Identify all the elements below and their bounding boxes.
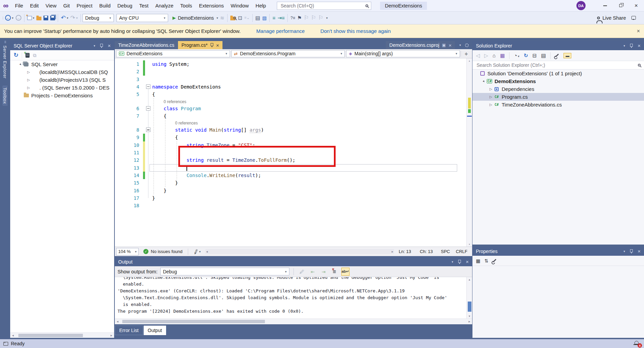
restore-button[interactable] <box>613 0 628 12</box>
manage-performance-link[interactable]: Manage performance <box>256 28 305 34</box>
pin-icon[interactable] <box>630 44 633 48</box>
codelens-references[interactable]: 0 references <box>175 121 198 125</box>
menu-extensions[interactable]: Extensions <box>196 0 227 12</box>
select-element-button[interactable]: ▤ <box>254 13 261 23</box>
toolbar-grip[interactable]: ⁞ <box>2 16 3 20</box>
save-all-button[interactable] <box>49 13 56 23</box>
pin-icon[interactable] <box>630 249 633 253</box>
output-text-area[interactable]: \System.Runtime.Extensions.dll'. Skipped… <box>115 277 472 318</box>
solution-explorer-title-bar[interactable]: Solution Explorer ▾ × <box>472 41 644 50</box>
output-horizontal-scrollbar[interactable]: ◂ ▸ <box>115 318 472 324</box>
previous-bookmark-button[interactable]: ⚐ <box>303 13 310 23</box>
tree-item-localdb-projectsv13-sql-s[interactable]: ▷(localdb)\ProjectsV13 (SQL S <box>10 76 114 84</box>
menu-analyze[interactable]: Analyze <box>152 0 177 12</box>
fold-collapse-icon[interactable] <box>146 84 150 89</box>
split-window-button[interactable]: ÷ <box>461 51 471 57</box>
scroll-left-icon[interactable]: ◂ <box>206 250 208 253</box>
comment-help-button[interactable]: ?≡ <box>289 13 296 23</box>
notification-close-icon[interactable]: × <box>637 28 640 34</box>
window-position-icon[interactable]: ▾ <box>94 44 95 47</box>
keep-open-icon[interactable]: ▣ <box>442 43 446 47</box>
preview-selected-item-icon[interactable]: ▬ <box>564 53 571 58</box>
tree-item-projects-demoextensions[interactable]: Projects - DemoExtensions <box>10 92 114 99</box>
decrease-indent-button[interactable]: ≡ <box>271 13 276 23</box>
scroll-right-icon[interactable]: ▸ <box>109 333 114 337</box>
properties-title-bar[interactable]: Properties ▾ × <box>472 247 644 256</box>
close-panel-icon[interactable]: × <box>108 43 111 48</box>
code-editor[interactable]: 1using System;234namespace DemoExtension… <box>115 58 472 247</box>
properties-wrench-icon[interactable] <box>555 54 559 57</box>
tree-item-demoextensions[interactable]: ▾C#DemoExtensions <box>472 77 644 85</box>
tab-demoextensions-csproj[interactable]: DemoExtensions.csproj ▣ × <box>386 41 455 49</box>
expand-arrow-icon[interactable]: ▷ <box>26 86 31 90</box>
find-in-files-button[interactable] <box>229 13 237 23</box>
output-vertical-scrollbar[interactable]: ▴ ▾ <box>466 277 472 318</box>
scroll-left-icon[interactable]: ◂ <box>10 333 16 337</box>
tab-output[interactable]: Output <box>144 326 166 335</box>
editor-horizontal-scrollbar[interactable]: ◂ ▸ <box>205 249 394 254</box>
solution-platform-dropdown[interactable]: Any CPU▾ <box>117 14 168 22</box>
tree-item-timezoneabbreviations-cs[interactable]: ▷C#TimeZoneAbbreviations.cs <box>472 101 644 109</box>
close-panel-icon[interactable]: × <box>466 259 469 264</box>
add-sql-server-icon[interactable] <box>25 53 30 58</box>
search-input[interactable] <box>280 3 365 9</box>
output-title-bar[interactable]: Output ▾ × <box>115 257 472 266</box>
tree-item-program-cs[interactable]: ▷C#Program.cs <box>472 93 644 101</box>
health-status-text[interactable]: No issues found <box>151 249 182 254</box>
scroll-left-icon[interactable]: ◂ <box>115 320 120 323</box>
chevron-down-icon[interactable]: ▾ <box>199 250 201 253</box>
member-dropdown[interactable]: ◈ Main(string[] args) ▾ <box>346 50 460 57</box>
scroll-right-icon[interactable]: ▸ <box>392 250 393 253</box>
solution-search-box[interactable] <box>472 61 644 70</box>
dont-show-again-link[interactable]: Don't show this message again <box>320 28 391 34</box>
codelens-references[interactable]: 0 references <box>164 99 186 104</box>
scroll-down-icon[interactable]: ▾ <box>467 243 472 246</box>
output-source-dropdown[interactable]: Debug▾ <box>160 268 289 275</box>
tab-server-explorer[interactable]: Server Explorer <box>2 43 7 81</box>
open-file-button[interactable] <box>35 13 42 23</box>
sql-explorer-horizontal-scrollbar[interactable]: ◂ ▸ <box>10 332 114 338</box>
next-bookmark-button[interactable]: ⚐ <box>310 13 317 23</box>
feedback-icon[interactable] <box>631 16 636 20</box>
text-options-button[interactable]: =⌄ <box>243 13 251 23</box>
user-avatar[interactable]: DA <box>576 1 586 10</box>
scroll-up-icon[interactable]: ▴ <box>467 59 472 62</box>
refresh-icon[interactable]: ↻ <box>14 52 18 59</box>
tree-item-sql-server-15-0-2000-des[interactable]: ▷. (SQL Server 15.0.2000 - DES <box>10 84 114 92</box>
tree-item-localdb-mssqllocaldb-sq[interactable]: ▷(localdb)\MSSQLLocalDB (SQ <box>10 68 114 76</box>
window-position-icon[interactable]: ▾ <box>624 44 625 47</box>
close-button[interactable]: × <box>628 0 644 12</box>
word-wrap-icon[interactable]: ab↵ <box>341 268 350 276</box>
hot-reload-button[interactable]: ≋ <box>219 13 226 23</box>
redo-button[interactable]: ↷▾ <box>69 13 79 23</box>
tree-item-solution-demoextensions-1-of-1-project[interactable]: Solution 'DemoExtensions' (1 of 1 projec… <box>472 70 644 77</box>
close-panel-icon[interactable]: × <box>638 43 641 48</box>
tab-timezoneabbreviations-cs[interactable]: TimeZoneAbbreviations.cs <box>115 41 178 49</box>
tab-toolbox[interactable]: Toolbox <box>2 85 7 106</box>
scroll-right-icon[interactable]: ▸ <box>467 320 472 323</box>
scroll-up-icon[interactable]: ▴ <box>467 278 472 281</box>
start-debugging-button[interactable]: ▶ DemoExtensions▾ <box>172 13 219 23</box>
menu-git[interactable]: Git <box>60 0 73 12</box>
tab-list-dropdown-icon[interactable]: ▾ <box>459 43 461 47</box>
tree-item-dependencies[interactable]: ▷Dependencies <box>472 85 644 93</box>
expand-arrow-icon[interactable]: ▷ <box>489 103 493 107</box>
notifications-button[interactable]: 4 <box>634 341 641 347</box>
project-dropdown[interactable]: C# DemoExtensions ▾ <box>116 50 230 57</box>
clear-bookmarks-button[interactable]: ⚐ <box>317 13 324 23</box>
type-dropdown[interactable]: ⇄ DemoExtensions.Program ▾ <box>231 50 345 57</box>
tab-error-list[interactable]: Error List <box>115 326 143 335</box>
expand-arrow-icon[interactable]: ▷ <box>489 87 493 91</box>
window-position-icon[interactable]: ▾ <box>452 260 453 264</box>
categorized-view-icon[interactable]: ▦ <box>476 258 480 264</box>
expand-arrow-icon[interactable]: ▷ <box>26 78 31 82</box>
navigate-forward-button[interactable]: → <box>15 13 22 23</box>
toggle-bookmark-button[interactable]: ⚑ <box>296 13 303 23</box>
menu-file[interactable]: File <box>12 0 26 12</box>
new-project-button[interactable]: ▾ <box>26 13 36 23</box>
gear-icon[interactable] <box>465 43 469 47</box>
editor-vertical-scrollbar[interactable]: ▴ ▾ <box>466 58 472 247</box>
menu-view[interactable]: View <box>42 0 60 12</box>
pin-tab-icon[interactable] <box>210 43 213 47</box>
sql-explorer-title-bar[interactable]: SQL Server Object Explorer ▾ × <box>10 41 114 50</box>
